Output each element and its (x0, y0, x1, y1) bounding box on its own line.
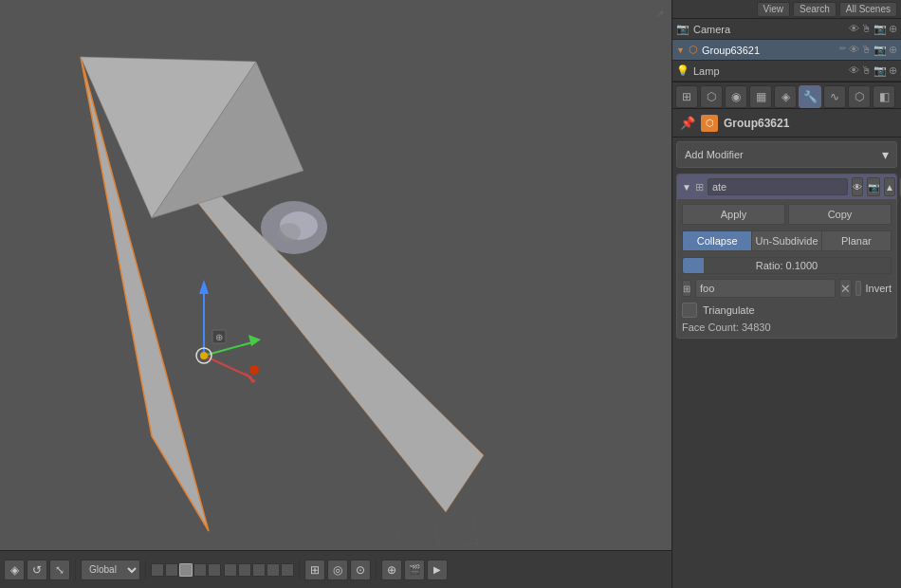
modifier-name-input[interactable] (708, 178, 848, 195)
invert-checkbox[interactable] (855, 281, 861, 296)
modifier-collapse-arrow[interactable]: ▼ (682, 182, 691, 193)
props-tab-render[interactable]: ⊞ (675, 85, 698, 108)
proportional-btn[interactable]: ◎ (327, 560, 348, 580)
props-tab-texture[interactable]: ◧ (873, 85, 895, 108)
viewport[interactable]: ⊕ ↗ (0, 0, 671, 550)
layer-btn-8[interactable] (252, 563, 266, 577)
lamp-hide-icon[interactable]: ⊕ (889, 64, 897, 77)
all-scenes-button[interactable]: All Scenes (839, 2, 897, 17)
layer-btn-7[interactable] (238, 563, 251, 577)
outliner-item-group[interactable]: ▼ ⬡ Group63621 ✏ 👁 🖱 📷 ⊕ (672, 40, 901, 61)
layer-btn-10[interactable] (281, 563, 294, 577)
ratio-value: Ratio: 0.1000 (756, 260, 818, 271)
toolbar-separator-4 (376, 560, 377, 580)
add-modifier-btn[interactable]: Add Modifier ▾ (676, 141, 897, 168)
add-modifier-arrow: ▾ (882, 147, 889, 162)
toolbar-separator-2 (145, 560, 146, 580)
props-pin-icon[interactable]: 📌 (680, 116, 695, 130)
mode-tab-collapse[interactable]: Collapse (683, 231, 752, 250)
vertex-group-clear[interactable]: ✕ (839, 279, 852, 298)
toolbar-separator-3 (299, 560, 300, 580)
outliner-icons-group: ✏ 👁 🖱 📷 ⊕ (839, 44, 897, 56)
layer-btn-2[interactable] (165, 563, 178, 577)
props-tab-scene[interactable]: ⬡ (700, 85, 723, 108)
scale-icon-btn[interactable]: ⤡ (49, 560, 70, 580)
vertex-group-row: ⊞ ✕ Invert (682, 279, 892, 298)
layer-buttons (151, 563, 221, 577)
hide-icon[interactable]: ⊕ (889, 23, 897, 35)
layer-btn-5[interactable] (208, 563, 221, 577)
ratio-bar-fill (683, 258, 704, 273)
apply-button[interactable]: Apply (682, 204, 785, 225)
layer-btn-3[interactable] (179, 563, 193, 577)
group-expand-icon[interactable]: ▼ (676, 46, 685, 55)
svg-text:⊕: ⊕ (215, 332, 223, 342)
modifier-action-buttons: Apply Copy (682, 204, 892, 225)
layer-btn-1[interactable] (151, 563, 164, 577)
svg-text:↗: ↗ (656, 9, 664, 19)
mode-tab-unsubdivide[interactable]: Un-Subdivide (752, 231, 821, 250)
outliner-item-camera[interactable]: 📷 Camera 👁 🖱 📷 ⊕ (672, 19, 901, 40)
props-tab-constraints[interactable]: ◈ (774, 85, 797, 108)
scene-svg: ⊕ ↗ (0, 0, 671, 550)
modifier-render-icon[interactable]: 📷 (867, 177, 880, 196)
ratio-bar[interactable]: Ratio: 0.1000 (682, 257, 892, 274)
face-count-label: Face Count: 34830 (682, 322, 771, 333)
group-cursor-icon[interactable]: 🖱 (861, 44, 872, 56)
vertex-group-input[interactable] (695, 279, 836, 298)
frame-start-btn[interactable]: ⊕ (381, 560, 402, 580)
lamp-icon: 💡 (676, 64, 690, 77)
props-tabs: ⊞ ⬡ ◉ ▦ ◈ 🔧 ∿ ⬡ ◧ (672, 83, 901, 109)
rotate-icon-btn[interactable]: ↺ (27, 560, 47, 580)
modifier-block: ▼ ⊞ 👁 📷 ▲ ▼ ✕ Apply Copy Collapse (676, 174, 897, 339)
triangulate-label: Triangulate (703, 304, 755, 316)
layer-btn-6[interactable] (224, 563, 237, 577)
props-tab-material[interactable]: ⬡ (848, 85, 871, 108)
add-modifier-label: Add Modifier (685, 149, 744, 160)
triangulate-checkbox[interactable] (682, 303, 697, 318)
render-icon[interactable]: 📷 (873, 23, 887, 35)
layer-btn-4[interactable] (193, 563, 207, 577)
lamp-eye-icon[interactable]: 👁 (849, 64, 859, 77)
frame-icon-btn[interactable]: 🎬 (404, 560, 425, 580)
toolbar-separator-1 (75, 560, 76, 580)
svg-point-30 (249, 365, 259, 375)
cursor-icon[interactable]: 🖱 (861, 23, 872, 35)
proportional2-btn[interactable]: ⊙ (350, 560, 371, 580)
group-label: Group63621 (702, 45, 836, 56)
lamp-camera-icon[interactable]: 📷 (873, 64, 887, 77)
render-anim-btn[interactable]: ▶ (427, 560, 448, 580)
modifier-body: Apply Copy Collapse Un-Subdivide Planar … (677, 199, 896, 338)
props-tab-modifiers[interactable]: 🔧 (799, 85, 821, 108)
props-tab-world[interactable]: ◉ (725, 85, 747, 108)
modifier-up-icon[interactable]: ▲ (884, 177, 895, 196)
outliner-item-lamp[interactable]: 💡 Lamp 👁 🖱 📷 ⊕ (672, 61, 901, 82)
outliner: 📷 Camera 👁 🖱 📷 ⊕ ▼ ⬡ Group63621 ✏ 👁 🖱 📷 … (672, 19, 901, 83)
group-hide-icon[interactable]: ⊕ (889, 44, 897, 56)
camera-label: Camera (693, 24, 845, 35)
layer-btn-9[interactable] (267, 563, 280, 577)
modifier-header: ▼ ⊞ 👁 📷 ▲ ▼ ✕ (677, 175, 896, 199)
mode-tab-planar[interactable]: Planar (822, 231, 891, 250)
ratio-row: Ratio: 0.1000 (682, 257, 892, 274)
search-button[interactable]: Search (793, 2, 837, 17)
props-object-name: Group63621 (724, 117, 789, 130)
view-button[interactable]: View (757, 2, 791, 17)
mode-icon-btn[interactable]: ◈ (4, 560, 25, 580)
group-camera-icon[interactable]: 📷 (873, 44, 887, 56)
group-edit-icon[interactable]: ✏ (839, 44, 847, 56)
props-tab-object[interactable]: ▦ (749, 85, 772, 108)
eye-icon[interactable]: 👁 (849, 23, 859, 35)
lamp-cursor-icon[interactable]: 🖱 (861, 64, 872, 77)
group-eye-icon[interactable]: 👁 (849, 44, 859, 56)
vertex-group-icon: ⊞ (682, 280, 691, 297)
global-select[interactable]: Global Local Normal (81, 560, 140, 580)
camera-icon: 📷 (676, 23, 690, 35)
layer-row-2 (224, 563, 294, 577)
group-icon: ⬡ (689, 44, 698, 56)
copy-button[interactable]: Copy (788, 204, 892, 225)
modifier-camera-icon[interactable]: 👁 (852, 177, 863, 196)
outliner-icons-lamp: 👁 🖱 📷 ⊕ (849, 64, 897, 77)
props-tab-data[interactable]: ∿ (823, 85, 846, 108)
snap-btn[interactable]: ⊞ (304, 560, 325, 580)
